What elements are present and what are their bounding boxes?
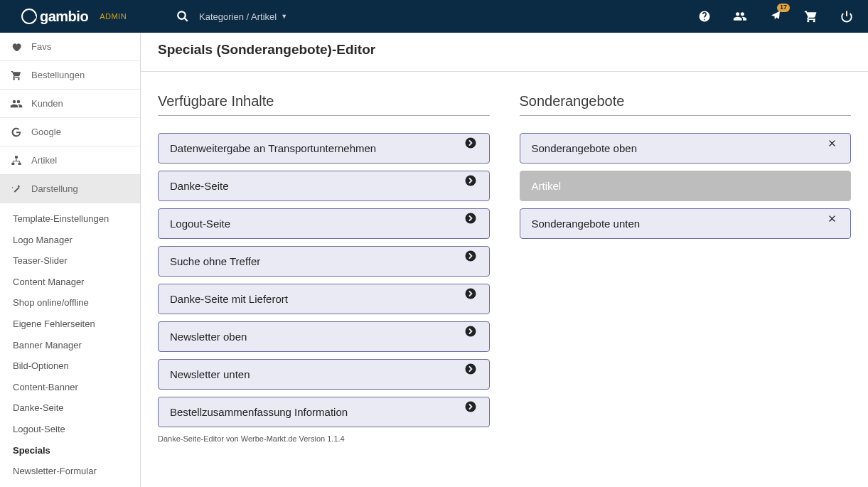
available-item[interactable]: Danke-Seite xyxy=(158,171,490,201)
cart-icon xyxy=(10,70,23,81)
main-content: Specials (Sonderangebote)-Editor Verfügb… xyxy=(141,33,868,487)
subitem-teaser-slider[interactable]: Teaser-Slider xyxy=(0,251,140,271)
svg-line-1 xyxy=(185,18,188,21)
sidebar-item-label: Bestellungen xyxy=(31,70,85,80)
subitem-logout-page[interactable]: Logout-Seite xyxy=(0,419,140,439)
notifications-icon[interactable]: 17 xyxy=(768,9,783,23)
move-right-icon[interactable] xyxy=(464,173,478,188)
sidebar-item-products[interactable]: Artikel xyxy=(0,146,140,175)
svg-point-0 xyxy=(178,11,186,19)
sidebar-item-label: Artikel xyxy=(31,155,57,166)
item-label: Logout-Seite xyxy=(170,218,230,230)
page-title: Specials (Sonderangebote)-Editor xyxy=(158,42,851,58)
available-item[interactable]: Newsletter oben xyxy=(158,321,490,352)
logo-mark-icon xyxy=(21,9,37,24)
available-column: Verfügbare Inhalte Datenweitergabe an Tr… xyxy=(158,93,490,443)
item-label: Datenweitergabe an Transportunternehmen xyxy=(170,142,376,154)
search-icon xyxy=(176,10,189,23)
svg-point-12 xyxy=(465,402,476,412)
move-right-icon[interactable] xyxy=(464,211,478,225)
available-item[interactable]: Danke-Seite mit Lieferort xyxy=(158,284,490,314)
users-icon xyxy=(10,97,23,110)
svg-point-9 xyxy=(465,289,476,299)
header-action-icons: 17 xyxy=(697,9,854,23)
editor-columns: Verfügbare Inhalte Datenweitergabe an Tr… xyxy=(141,72,868,460)
move-right-icon[interactable] xyxy=(464,136,478,150)
wand-icon xyxy=(10,183,23,195)
sidebar-item-google[interactable]: Google xyxy=(0,118,140,146)
move-right-icon[interactable] xyxy=(464,249,478,263)
item-label: Artikel xyxy=(532,180,562,192)
dropdown-arrow-icon: ▼ xyxy=(281,13,287,20)
available-item[interactable]: Datenweitergabe an Transportunternehmen xyxy=(158,133,490,164)
brand-area: gambio ADMIN xyxy=(21,9,127,25)
svg-rect-3 xyxy=(11,162,14,164)
sidebar-item-favs[interactable]: Favs xyxy=(0,33,140,61)
available-item[interactable]: Newsletter unten xyxy=(158,359,490,390)
page-title-bar: Specials (Sonderangebote)-Editor xyxy=(141,33,868,72)
item-label: Sonderangebote unten xyxy=(532,218,641,230)
subitem-banner-manager[interactable]: Banner Manager xyxy=(0,336,140,355)
selected-item-placeholder[interactable]: Artikel xyxy=(520,171,852,201)
sitemap-icon xyxy=(10,155,23,166)
sidebar-item-label: Darstellung xyxy=(31,183,78,194)
subitem-specials[interactable]: Specials xyxy=(0,441,140,461)
move-right-icon[interactable] xyxy=(464,287,478,301)
help-icon[interactable] xyxy=(697,9,712,23)
svg-point-10 xyxy=(465,326,476,337)
sidebar-item-customers[interactable]: Kunden xyxy=(0,90,140,118)
svg-point-5 xyxy=(465,138,476,149)
heart-icon xyxy=(10,41,23,53)
community-icon[interactable] xyxy=(733,9,747,23)
remove-icon[interactable] xyxy=(825,211,839,225)
subitem-template-settings[interactable]: Template-Einstellungen xyxy=(0,209,140,229)
selected-item[interactable]: Sonderangebote oben xyxy=(520,133,852,164)
notification-badge: 17 xyxy=(777,4,790,12)
selected-item[interactable]: Sonderangebote unten xyxy=(520,208,852,239)
selected-column-title: Sonderangebote xyxy=(520,93,852,116)
item-label: Bestellzusammenfassung Information xyxy=(170,406,348,418)
subitem-newsletter-form[interactable]: Newsletter-Formular xyxy=(0,461,140,481)
subitem-content-manager[interactable]: Content Manager xyxy=(0,272,140,292)
subitem-content-banner[interactable]: Content-Banner xyxy=(0,378,140,397)
search-category-dropdown[interactable]: Kategorien / Artikel ▼ xyxy=(199,11,287,22)
sidebar-item-orders[interactable]: Bestellungen xyxy=(0,61,140,90)
top-header: gambio ADMIN Kategorien / Artikel ▼ 17 xyxy=(0,0,868,33)
subitem-logo-manager[interactable]: Logo Manager xyxy=(0,230,140,250)
item-label: Newsletter oben xyxy=(170,331,247,343)
item-label: Danke-Seite xyxy=(170,180,229,192)
subitem-image-options[interactable]: Bild-Optionen xyxy=(0,356,140,376)
svg-rect-2 xyxy=(15,156,18,158)
logo[interactable]: gambio xyxy=(21,9,88,25)
remove-icon[interactable] xyxy=(825,136,839,150)
available-column-title: Verfügbare Inhalte xyxy=(158,93,490,116)
header-search[interactable]: Kategorien / Artikel ▼ xyxy=(176,10,287,23)
sidebar-item-label: Google xyxy=(31,127,61,137)
move-right-icon[interactable] xyxy=(464,362,478,376)
sidebar-submenu: Template-Einstellungen Logo Manager Teas… xyxy=(0,203,140,487)
svg-point-7 xyxy=(465,213,476,224)
admin-badge: ADMIN xyxy=(100,12,127,21)
move-right-icon[interactable] xyxy=(464,400,478,414)
move-right-icon[interactable] xyxy=(464,324,478,338)
sidebar-item-display[interactable]: Darstellung xyxy=(0,175,140,203)
available-item[interactable]: Bestellzusammenfassung Information xyxy=(158,397,490,427)
available-item[interactable]: Suche ohne Treffer xyxy=(158,246,490,277)
svg-rect-4 xyxy=(18,162,21,164)
logout-icon[interactable] xyxy=(840,9,854,23)
sidebar-item-label: Favs xyxy=(31,41,51,52)
subitem-shop-online-offline[interactable]: Shop online/offline xyxy=(0,293,140,313)
item-label: Newsletter unten xyxy=(170,368,250,380)
cart-icon[interactable] xyxy=(804,9,818,23)
subitem-thank-you-page[interactable]: Danke-Seite xyxy=(0,398,140,418)
svg-point-6 xyxy=(465,176,476,186)
sidebar: Favs Bestellungen Kunden Google Artikel xyxy=(0,33,141,487)
selected-column: Sonderangebote Sonderangebote oben Artik… xyxy=(520,93,852,443)
subitem-error-pages[interactable]: Eigene Fehlerseiten xyxy=(0,314,140,334)
editor-version-note: Danke-Seite-Editor von Werbe-Markt.de Ve… xyxy=(158,434,490,443)
search-category-label: Kategorien / Artikel xyxy=(199,11,277,22)
item-label: Danke-Seite mit Lieferort xyxy=(170,293,288,305)
available-item[interactable]: Logout-Seite xyxy=(158,208,490,239)
sidebar-item-label: Kunden xyxy=(31,98,63,109)
svg-point-8 xyxy=(465,251,476,262)
